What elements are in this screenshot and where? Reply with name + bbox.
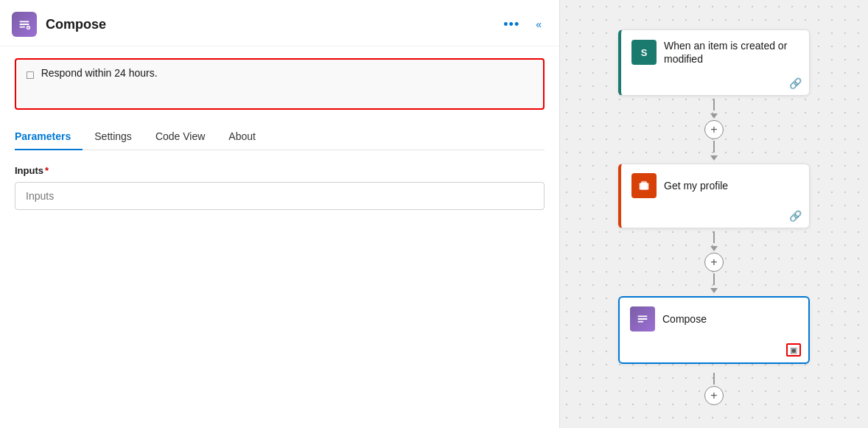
left-panel: Compose ••• « □ Respond within 24 hours.… xyxy=(0,0,560,428)
connector-arrow-2 xyxy=(710,246,718,251)
compose-icon xyxy=(12,12,37,37)
flow-container: S When an item is created or modified 🔗 … xyxy=(618,29,810,408)
inputs-label: Inputs* xyxy=(15,165,545,176)
tab-code-view[interactable]: Code View xyxy=(155,124,217,150)
tab-parameters[interactable]: Parameters xyxy=(15,124,83,150)
tabs-container: Parameters Settings Code View About xyxy=(15,124,545,150)
connector-1: + xyxy=(704,96,724,164)
connector-arrow-2b xyxy=(710,288,718,293)
action-footer: 🔗 xyxy=(621,207,809,228)
bottom-connector: + xyxy=(704,370,724,408)
trigger-footer: 🔗 xyxy=(621,74,809,95)
compose-node[interactable]: Compose ▣ xyxy=(618,296,810,364)
tab-settings[interactable]: Settings xyxy=(94,124,144,150)
action-title: Get my profile xyxy=(664,179,728,192)
connector-line-2b xyxy=(713,273,715,285)
header-right: ••• « xyxy=(499,15,545,34)
compose-node-footer: ▣ xyxy=(620,340,808,362)
tab-about[interactable]: About xyxy=(228,124,267,150)
action-node-header: Get my profile xyxy=(621,164,809,207)
trigger-node-header: S When an item is created or modified xyxy=(621,30,809,74)
action-link-icon: 🔗 xyxy=(789,210,802,222)
panel-title: Compose xyxy=(46,17,106,32)
bottom-line xyxy=(713,373,715,385)
add-step-button-bottom[interactable]: + xyxy=(704,386,724,405)
connector-line-1b xyxy=(713,141,715,152)
add-step-button-1[interactable]: + xyxy=(704,120,724,139)
compose-node-title: Compose xyxy=(662,312,707,326)
compose-node-icon xyxy=(630,306,655,331)
compose-node-header: Compose xyxy=(620,298,808,340)
input-preview-box: □ Respond within 24 hours. xyxy=(15,58,545,110)
inputs-field[interactable] xyxy=(15,182,545,210)
trigger-node[interactable]: S When an item is created or modified 🔗 xyxy=(618,29,810,96)
chat-icon: □ xyxy=(27,69,34,82)
inputs-label-text: Inputs xyxy=(15,165,43,176)
note-icon-red: ▣ xyxy=(786,343,801,357)
more-options-button[interactable]: ••• xyxy=(499,15,524,34)
inputs-section: Inputs* xyxy=(15,165,545,210)
connector-arrow-1b xyxy=(710,155,718,161)
compose-node-svg xyxy=(636,312,649,326)
office-icon-svg xyxy=(637,179,651,192)
svg-rect-3 xyxy=(641,183,648,190)
right-panel: S When an item is created or modified 🔗 … xyxy=(560,0,868,428)
compose-svg-icon xyxy=(18,18,31,31)
connector-2: + xyxy=(704,228,724,296)
action-icon xyxy=(631,173,657,198)
connector-line-1 xyxy=(713,99,715,110)
required-marker: * xyxy=(45,165,49,176)
connector-line-2 xyxy=(713,231,715,243)
action-node[interactable]: Get my profile 🔗 xyxy=(618,164,810,228)
panel-content: □ Respond within 24 hours. Parameters Se… xyxy=(0,46,559,428)
panel-header: Compose ••• « xyxy=(0,0,559,46)
connector-arrow-1 xyxy=(710,113,718,119)
trigger-title: When an item is created or modified xyxy=(664,39,799,66)
header-left: Compose xyxy=(12,12,106,37)
trigger-link-icon: 🔗 xyxy=(789,77,802,89)
preview-text: Respond within 24 hours. xyxy=(41,67,158,79)
add-step-button-2[interactable]: + xyxy=(704,253,724,272)
trigger-icon: S xyxy=(631,40,657,65)
collapse-button[interactable]: « xyxy=(533,17,545,32)
